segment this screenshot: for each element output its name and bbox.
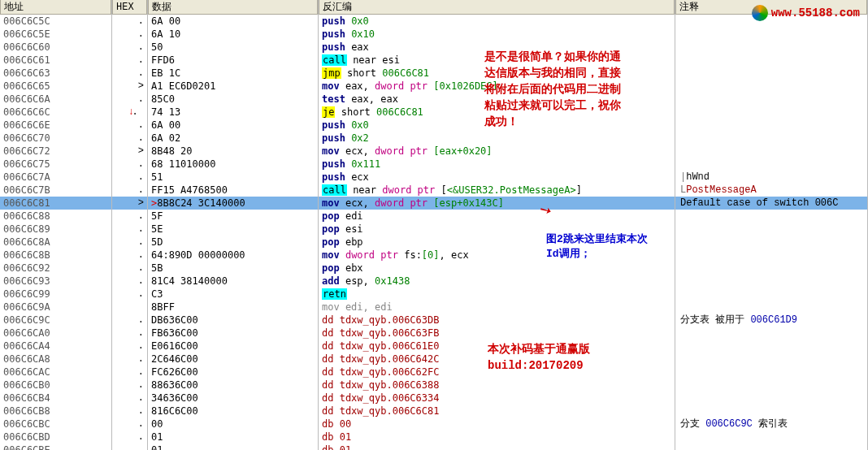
address-cell[interactable]: 006C6C5E bbox=[0, 28, 111, 41]
address-cell[interactable]: 006C6C75 bbox=[0, 158, 111, 171]
comment-cell[interactable]: 分支 006C6C9C 索引表 bbox=[675, 418, 867, 431]
comment-cell[interactable] bbox=[675, 67, 867, 80]
disasm-cell[interactable]: mov edi, edi bbox=[319, 301, 675, 314]
address-cell[interactable]: 006C6CA0 bbox=[0, 327, 111, 340]
header-hex[interactable]: HEX bbox=[112, 0, 147, 15]
address-cell[interactable]: 006C6CB8 bbox=[0, 405, 111, 418]
header-address[interactable]: 地址 bbox=[0, 0, 111, 15]
address-cell[interactable]: 006C6CB4 bbox=[0, 392, 111, 405]
disasm-cell[interactable]: dd tdxw_qyb.006C6334 bbox=[319, 392, 675, 405]
hex-cell[interactable]: . bbox=[112, 249, 147, 262]
data-cell[interactable]: FC626C00 bbox=[148, 366, 318, 379]
disasm-cell[interactable]: call near dword ptr [<&USER32.PostMessag… bbox=[319, 184, 675, 197]
disasm-cell[interactable]: push ecx bbox=[319, 171, 675, 184]
hex-cell[interactable]: . bbox=[112, 223, 147, 236]
hex-cell[interactable]: . bbox=[112, 379, 147, 392]
hex-cell[interactable]: . bbox=[112, 54, 147, 67]
disasm-cell[interactable]: dd tdxw_qyb.006C6388 bbox=[319, 379, 675, 392]
address-cell[interactable]: 006C6C63 bbox=[0, 67, 111, 80]
data-cell[interactable]: FFD6 bbox=[148, 54, 318, 67]
address-cell[interactable]: 006C6C6C bbox=[0, 106, 111, 119]
address-cell[interactable]: 006C6CA4 bbox=[0, 340, 111, 353]
hex-cell[interactable]: . bbox=[112, 67, 147, 80]
hex-cell[interactable]: . bbox=[112, 405, 147, 418]
disasm-cell[interactable]: push 0x0 bbox=[319, 15, 675, 28]
data-cell[interactable]: EB 1C bbox=[148, 67, 318, 80]
data-cell[interactable]: 8BFF bbox=[148, 301, 318, 314]
data-cell[interactable]: 50 bbox=[148, 41, 318, 54]
comment-cell[interactable] bbox=[675, 236, 867, 249]
disasm-cell[interactable]: mov ecx, dword ptr [esp+0x143C] bbox=[319, 197, 675, 210]
comment-cell[interactable] bbox=[675, 145, 867, 158]
hex-cell[interactable]: . bbox=[112, 327, 147, 340]
hex-cell[interactable]: .↓ bbox=[112, 106, 147, 119]
hex-cell[interactable]: . bbox=[112, 236, 147, 249]
data-cell[interactable]: C3 bbox=[148, 288, 318, 301]
comment-cell[interactable] bbox=[675, 54, 867, 67]
comment-cell[interactable] bbox=[675, 119, 867, 132]
data-cell[interactable]: 64:890D 00000000 bbox=[148, 249, 318, 262]
hex-cell[interactable]: . bbox=[112, 431, 147, 444]
data-cell[interactable]: 5E bbox=[148, 223, 318, 236]
disasm-cell[interactable]: push 0x111 bbox=[319, 158, 675, 171]
comment-cell[interactable] bbox=[675, 106, 867, 119]
data-cell[interactable]: A1 EC6D0201 bbox=[148, 80, 318, 93]
address-cell[interactable]: 006C6C88 bbox=[0, 210, 111, 223]
address-cell[interactable]: 006C6C60 bbox=[0, 41, 111, 54]
disasm-cell[interactable]: add esp, 0x1438 bbox=[319, 275, 675, 288]
data-cell[interactable]: 6A 02 bbox=[148, 132, 318, 145]
hex-cell[interactable]: . bbox=[112, 275, 147, 288]
hex-cell[interactable]: . bbox=[112, 119, 147, 132]
comment-cell[interactable] bbox=[675, 405, 867, 418]
address-cell[interactable]: 006C6CBC bbox=[0, 418, 111, 431]
data-cell[interactable]: 74 13 bbox=[148, 106, 318, 119]
data-cell[interactable]: 68 11010000 bbox=[148, 158, 318, 171]
disasm-cell[interactable]: mov ecx, dword ptr [eax+0x20] bbox=[319, 145, 675, 158]
data-cell[interactable]: 5F bbox=[148, 210, 318, 223]
data-cell[interactable]: FB636C00 bbox=[148, 327, 318, 340]
comment-cell[interactable] bbox=[675, 93, 867, 106]
address-cell[interactable]: 006C6C9C bbox=[0, 314, 111, 327]
comment-cell[interactable] bbox=[675, 223, 867, 236]
data-cell[interactable]: 8B48 20 bbox=[148, 145, 318, 158]
address-cell[interactable]: 006C6CA8 bbox=[0, 353, 111, 366]
address-cell[interactable]: 006C6C6A bbox=[0, 93, 111, 106]
hex-cell[interactable]: . bbox=[112, 262, 147, 275]
data-cell[interactable]: 88636C00 bbox=[148, 379, 318, 392]
disasm-cell[interactable]: dd tdxw_qyb.006C63DB bbox=[319, 314, 675, 327]
hex-cell[interactable]: . bbox=[112, 41, 147, 54]
address-cell[interactable]: 006C6C81 bbox=[0, 197, 111, 210]
comment-cell[interactable] bbox=[675, 210, 867, 223]
data-cell[interactable]: 5D bbox=[148, 236, 318, 249]
address-cell[interactable]: 006C6C70 bbox=[0, 132, 111, 145]
comment-cell[interactable] bbox=[675, 353, 867, 366]
disasm-cell[interactable]: dd tdxw_qyb.006C6C81 bbox=[319, 405, 675, 418]
disasm-cell[interactable]: push 0x10 bbox=[319, 28, 675, 41]
address-cell[interactable]: 006C6CAC bbox=[0, 366, 111, 379]
data-cell[interactable]: 2C646C00 bbox=[148, 353, 318, 366]
comment-cell[interactable] bbox=[675, 327, 867, 340]
hex-cell[interactable]: . bbox=[112, 444, 147, 450]
hex-cell[interactable]: . bbox=[112, 171, 147, 184]
data-cell[interactable]: 01 bbox=[148, 431, 318, 444]
data-cell[interactable]: 85C0 bbox=[148, 93, 318, 106]
disasm-cell[interactable]: db 01 bbox=[319, 444, 675, 450]
comment-cell[interactable] bbox=[675, 249, 867, 262]
comment-cell[interactable] bbox=[675, 80, 867, 93]
hex-cell[interactable]: > bbox=[112, 197, 147, 210]
hex-cell[interactable]: > bbox=[112, 145, 147, 158]
comment-cell[interactable]: Default case of switch 006C bbox=[675, 197, 867, 210]
hex-cell[interactable]: . bbox=[112, 366, 147, 379]
comment-cell[interactable] bbox=[675, 288, 867, 301]
address-cell[interactable]: 006C6C8A bbox=[0, 236, 111, 249]
comment-cell[interactable] bbox=[675, 431, 867, 444]
address-cell[interactable]: 006C6C92 bbox=[0, 262, 111, 275]
address-cell[interactable]: 006C6C6E bbox=[0, 119, 111, 132]
address-cell[interactable]: 006C6C7B bbox=[0, 184, 111, 197]
hex-cell[interactable]: . bbox=[112, 288, 147, 301]
comment-cell[interactable] bbox=[675, 275, 867, 288]
hex-cell[interactable]: . bbox=[112, 392, 147, 405]
hex-cell[interactable]: . bbox=[112, 132, 147, 145]
hex-cell[interactable] bbox=[112, 301, 147, 314]
disasm-cell[interactable]: retn bbox=[319, 288, 675, 301]
